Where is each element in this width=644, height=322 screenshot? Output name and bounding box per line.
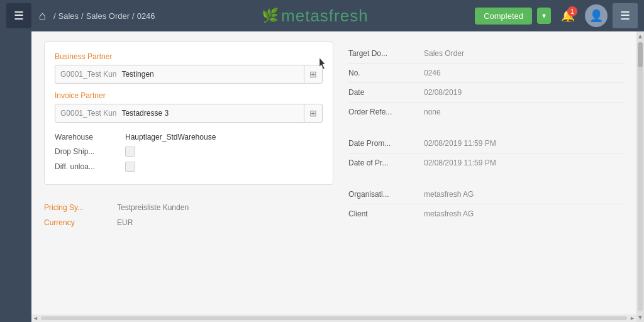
currency-value: EUR (117, 218, 133, 227)
bp-part1: G0001_Test Kun (60, 70, 116, 79)
invoice-partner-value: G0001_Test Kun Testadresse 3 (55, 105, 304, 121)
notification-button[interactable]: 🔔 1 (556, 6, 580, 25)
no-row: No. 0246 (348, 64, 624, 83)
header-actions: Completed ▾ 🔔 1 👤 ☰ (475, 3, 638, 28)
sidebar-toggle-button[interactable]: ☰ (613, 3, 638, 28)
horizontal-scrollbar[interactable]: ◄ ► (31, 314, 636, 322)
content-area: Business Partner G0001_Test Kun Testinge… (31, 31, 636, 322)
home-icon: ⌂ (39, 9, 46, 22)
scroll-track[interactable] (638, 42, 643, 311)
logo-leaf-icon: 🌿 (262, 8, 279, 24)
status-button[interactable]: Completed (475, 8, 532, 25)
date-prom-label: Date Prom... (348, 139, 424, 148)
vertical-scrollbar[interactable]: ▲ ▼ (636, 31, 644, 322)
logo-area: 🌿 metasfresh (160, 6, 470, 26)
pricing-sys-value: Testpreisliste Kunden (117, 203, 189, 212)
avatar-icon: 👤 (589, 9, 603, 23)
business-partner-value: G0001_Test Kun Testingen (55, 66, 304, 82)
client-row: Client metasfresh AG (348, 204, 624, 223)
info-group-3: Organisati... metasfresh AG Client metas… (348, 185, 624, 223)
breadcrumb-sales-order[interactable]: Sales Order (86, 11, 130, 21)
info-section: Target Do... Sales Order No. 0246 Date 0… (348, 42, 624, 312)
organisation-label: Organisati... (348, 190, 424, 199)
order-ref-value: none (424, 108, 441, 116)
currency-label: Currency (44, 218, 107, 227)
date-pr-value: 02/08/2019 11:59 PM (424, 158, 496, 167)
currency-row: Currency EUR (44, 215, 333, 230)
avatar[interactable]: 👤 (585, 4, 608, 27)
extra-fields: Pricing Sy... Testpreisliste Kunden Curr… (44, 195, 333, 235)
scroll-thumb[interactable] (638, 42, 643, 67)
organisation-row: Organisati... metasfresh AG (348, 185, 624, 204)
ip-picker-icon[interactable]: ⊞ (304, 104, 322, 122)
form-section: Business Partner G0001_Test Kun Testinge… (44, 42, 333, 312)
main-area: Business Partner G0001_Test Kun Testinge… (0, 31, 644, 322)
warehouse-field: Warehouse Hauptlager_StdWarehouse (55, 130, 323, 144)
client-label: Client (348, 209, 424, 218)
invoice-partner-input[interactable]: G0001_Test Kun Testadresse 3 ⊞ (55, 104, 323, 123)
warehouse-value: Hauptlager_StdWarehouse (125, 133, 216, 142)
target-doc-row: Target Do... Sales Order (348, 44, 624, 64)
header: ☰ ⌂ / Sales / Sales Order / 0246 🌿 metas… (0, 0, 644, 31)
date-pr-row: Date of Pr... 02/08/2019 11:59 PM (348, 153, 624, 172)
date-prom-row: Date Prom... 02/08/2019 11:59 PM (348, 134, 624, 153)
horizontal-scroll-track[interactable] (41, 316, 627, 320)
breadcrumb-order-num: 0246 (137, 11, 155, 21)
date-prom-value: 02/08/2019 11:59 PM (424, 139, 496, 148)
scroll-right-arrow[interactable]: ► (628, 315, 636, 321)
no-label: No. (348, 69, 424, 77)
drop-ship-field: Drop Ship... (55, 144, 323, 159)
diff-unload-label: Diff. unloa... (55, 162, 118, 171)
breadcrumb-sep1: / (53, 11, 56, 21)
breadcrumb-sep3: / (132, 11, 135, 21)
drop-ship-label: Drop Ship... (55, 147, 118, 156)
pricing-sys-label: Pricing Sy... (44, 203, 107, 212)
scroll-up-arrow[interactable]: ▲ (636, 31, 644, 41)
date-pr-label: Date of Pr... (348, 158, 424, 167)
notification-badge: 1 (567, 6, 577, 16)
invoice-partner-label: Invoice Partner (55, 91, 323, 100)
ip-part2: Testadresse 3 (121, 109, 169, 118)
sidebar-toggle-icon: ☰ (620, 9, 630, 23)
drop-ship-checkbox[interactable] (125, 147, 135, 157)
bp-picker-icon[interactable]: ⊞ (304, 65, 322, 83)
diff-unload-checkbox[interactable] (125, 162, 135, 172)
business-partner-input[interactable]: G0001_Test Kun Testingen ⊞ (55, 65, 323, 84)
order-ref-label: Order Refe... (348, 108, 424, 116)
menu-icon: ☰ (14, 9, 24, 23)
business-partner-label: Business Partner (55, 52, 323, 61)
breadcrumb: / Sales / Sales Order / 0246 (53, 11, 155, 21)
left-sidebar (0, 31, 31, 322)
client-value: metasfresh AG (424, 209, 474, 218)
warehouse-label: Warehouse (55, 133, 118, 142)
menu-button[interactable]: ☰ (6, 3, 31, 28)
home-button[interactable]: ⌂ (36, 7, 48, 25)
scroll-down-arrow[interactable]: ▼ (636, 313, 644, 322)
bp-part2: Testingen (121, 70, 153, 79)
breadcrumb-sep2: / (81, 11, 84, 21)
scroll-left-arrow[interactable]: ◄ (31, 315, 40, 321)
date-row: Date 02/08/2019 (348, 83, 624, 103)
ip-part1: G0001_Test Kun (60, 109, 116, 118)
order-ref-row: Order Refe... none (348, 103, 624, 121)
logo-text: metasfresh (281, 6, 369, 26)
info-group-1: Target Do... Sales Order No. 0246 Date 0… (348, 44, 624, 121)
form-card: Business Partner G0001_Test Kun Testinge… (44, 42, 333, 185)
target-doc-label: Target Do... (348, 49, 424, 58)
organisation-value: metasfresh AG (424, 190, 474, 199)
date-label: Date (348, 88, 424, 97)
pricing-sys-row: Pricing Sy... Testpreisliste Kunden (44, 200, 333, 215)
no-value: 0246 (424, 69, 441, 77)
date-value: 02/08/2019 (424, 88, 462, 97)
diff-unload-field: Diff. unloa... (55, 159, 323, 174)
info-group-2: Date Prom... 02/08/2019 11:59 PM Date of… (348, 134, 624, 172)
breadcrumb-sales[interactable]: Sales (58, 11, 79, 21)
status-dropdown-button[interactable]: ▾ (537, 8, 551, 24)
target-doc-value: Sales Order (424, 49, 464, 58)
